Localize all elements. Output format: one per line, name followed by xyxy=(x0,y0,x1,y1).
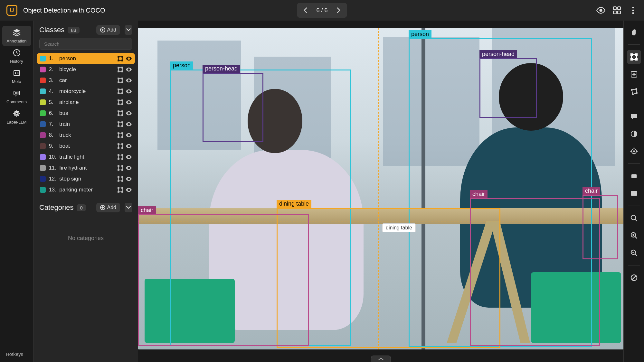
disable-icon xyxy=(630,274,638,282)
tool-polygon[interactable] xyxy=(627,85,641,99)
svg-rect-71 xyxy=(118,158,119,160)
bbox-type-icon[interactable] xyxy=(118,110,123,116)
tool-contrast[interactable] xyxy=(627,127,641,141)
bbox-type-icon[interactable] xyxy=(118,132,123,138)
bbox-type-icon[interactable] xyxy=(118,165,123,171)
add-category-button[interactable]: Add xyxy=(96,203,120,212)
rail-comments[interactable]: Comments xyxy=(2,87,31,107)
visibility-toggle-icon[interactable] xyxy=(126,121,132,127)
visibility-toggle-icon[interactable] xyxy=(126,78,132,83)
rail-label-llm[interactable]: Label-LLM xyxy=(2,107,31,127)
class-number: 7. xyxy=(49,121,56,127)
class-row-bus[interactable]: 6.bus xyxy=(37,108,135,119)
tool-pan[interactable] xyxy=(627,25,641,39)
bbox-type-icon[interactable] xyxy=(118,88,123,94)
svg-rect-54 xyxy=(118,122,119,123)
class-name: boat xyxy=(59,143,114,149)
tool-bbox[interactable] xyxy=(627,50,641,64)
class-row-motorcycle[interactable]: 4.motorcycle xyxy=(37,86,135,97)
bbox-type-icon[interactable] xyxy=(118,187,123,193)
class-row-truck[interactable]: 8.truck xyxy=(37,130,135,141)
tool-smart[interactable] xyxy=(627,67,641,81)
class-name: fire hydrant xyxy=(59,165,114,171)
bbox-chair[interactable]: chair xyxy=(138,214,309,346)
bbox-type-icon[interactable] xyxy=(118,154,123,160)
more-menu-icon[interactable] xyxy=(629,6,638,15)
tool-fit[interactable] xyxy=(627,186,641,200)
class-row-traffic-light[interactable]: 10.traffic light xyxy=(37,152,135,162)
tool-zoom-out[interactable] xyxy=(627,246,641,260)
class-row-stop-sign[interactable]: 12.stop sign xyxy=(37,173,135,184)
tool-divider xyxy=(628,206,640,206)
svg-rect-109 xyxy=(631,191,637,196)
tool-zoom-in[interactable] xyxy=(627,228,641,243)
rail-meta[interactable]: Meta xyxy=(2,66,31,87)
class-row-train[interactable]: 7.train xyxy=(37,119,135,130)
bbox-type-icon[interactable] xyxy=(118,176,123,182)
visibility-toggle-icon[interactable] xyxy=(126,143,132,149)
svg-rect-95 xyxy=(636,59,637,60)
prev-image-button[interactable] xyxy=(299,4,312,17)
add-class-button[interactable]: Add xyxy=(96,25,120,35)
tool-divider xyxy=(628,163,640,164)
visibility-toggle-icon[interactable] xyxy=(126,88,132,94)
visibility-toggle-icon[interactable] xyxy=(126,132,132,138)
class-number: 13. xyxy=(49,187,56,193)
visibility-toggle-icon[interactable] xyxy=(126,154,132,160)
bbox-type-icon[interactable] xyxy=(118,143,123,149)
svg-rect-34 xyxy=(118,78,119,79)
visibility-toggle-icon[interactable] xyxy=(126,165,132,171)
visibility-toggle-icon[interactable] xyxy=(126,99,132,105)
svg-rect-70 xyxy=(122,154,123,156)
class-swatch xyxy=(40,187,46,193)
class-row-parking-meter[interactable]: 13.parking meter xyxy=(37,184,135,195)
svg-rect-35 xyxy=(122,78,123,79)
class-row-person[interactable]: 1.person xyxy=(37,53,135,64)
class-number: 2. xyxy=(49,67,56,72)
bbox-chair[interactable]: chair xyxy=(582,195,618,259)
rail-history[interactable]: History xyxy=(2,46,31,66)
bbox-type-icon[interactable] xyxy=(118,121,123,127)
bbox-type-icon[interactable] xyxy=(118,67,123,72)
class-swatch xyxy=(40,99,46,105)
class-swatch xyxy=(40,121,46,127)
class-row-car[interactable]: 3.car xyxy=(37,75,135,86)
add-class-dropdown[interactable] xyxy=(125,25,132,35)
grid-icon[interactable] xyxy=(612,6,621,15)
visibility-toggle-icon[interactable] xyxy=(126,67,132,72)
svg-rect-30 xyxy=(122,67,123,68)
tool-zoom[interactable] xyxy=(627,211,641,225)
add-category-dropdown[interactable] xyxy=(125,203,132,212)
class-search-input[interactable] xyxy=(39,38,132,50)
image-stage[interactable]: personpersonperson-headperson-headdining… xyxy=(138,28,623,349)
class-row-fire-hydrant[interactable]: 11.fire hydrant xyxy=(37,162,135,173)
visibility-icon[interactable] xyxy=(596,6,605,15)
next-image-button[interactable] xyxy=(332,4,345,17)
chip-icon xyxy=(13,109,21,118)
visibility-toggle-icon[interactable] xyxy=(126,187,132,193)
bbox-person-head[interactable]: person-head xyxy=(203,73,263,142)
bbox-type-icon[interactable] xyxy=(118,56,123,61)
svg-rect-52 xyxy=(122,115,123,116)
class-swatch xyxy=(40,176,46,182)
hotkeys-button[interactable]: Hotkeys xyxy=(6,351,23,357)
bbox-person-head[interactable]: person-head xyxy=(479,58,537,118)
bbox-chair[interactable]: chair xyxy=(470,198,600,346)
class-number: 6. xyxy=(49,110,56,116)
visibility-toggle-icon[interactable] xyxy=(126,176,132,182)
bbox-type-icon[interactable] xyxy=(118,99,123,105)
class-row-boat[interactable]: 9.boat xyxy=(37,141,135,152)
tool-comment[interactable] xyxy=(627,109,641,124)
class-row-airplane[interactable]: 5.airplane xyxy=(37,97,135,108)
tool-disable[interactable] xyxy=(627,271,641,285)
visibility-toggle-icon[interactable] xyxy=(126,110,132,116)
tool-center[interactable] xyxy=(627,144,641,158)
bbox-type-icon[interactable] xyxy=(118,78,123,83)
visibility-toggle-icon[interactable] xyxy=(126,56,132,61)
class-row-bicycle[interactable]: 2.bicycle xyxy=(37,64,135,75)
app-logo[interactable]: U xyxy=(6,5,17,16)
bottom-panel-expand[interactable] xyxy=(371,356,391,362)
tool-card[interactable] xyxy=(627,169,641,183)
rail-annotation[interactable]: Annotation xyxy=(2,26,31,46)
svg-rect-65 xyxy=(122,144,123,145)
